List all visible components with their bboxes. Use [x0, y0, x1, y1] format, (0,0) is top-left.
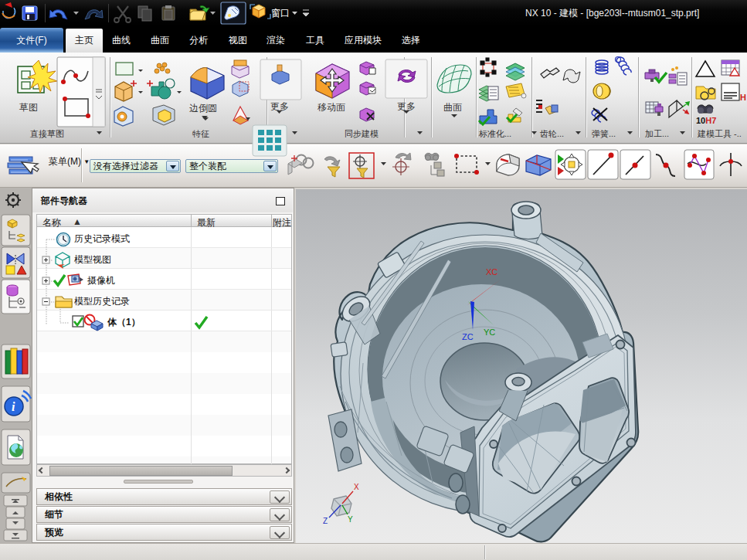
svg-text:Z: Z [323, 517, 328, 525]
svg-text:窗口: 窗口 [271, 8, 290, 19]
svg-text:ZC: ZC [462, 332, 474, 341]
svg-text:H: H [740, 93, 746, 102]
svg-text:i: i [12, 400, 15, 413]
svg-text:Y: Y [348, 515, 353, 524]
svg-text:X: X [354, 483, 359, 491]
svg-text:XC: XC [486, 267, 497, 277]
svg-text:YC: YC [484, 328, 495, 337]
